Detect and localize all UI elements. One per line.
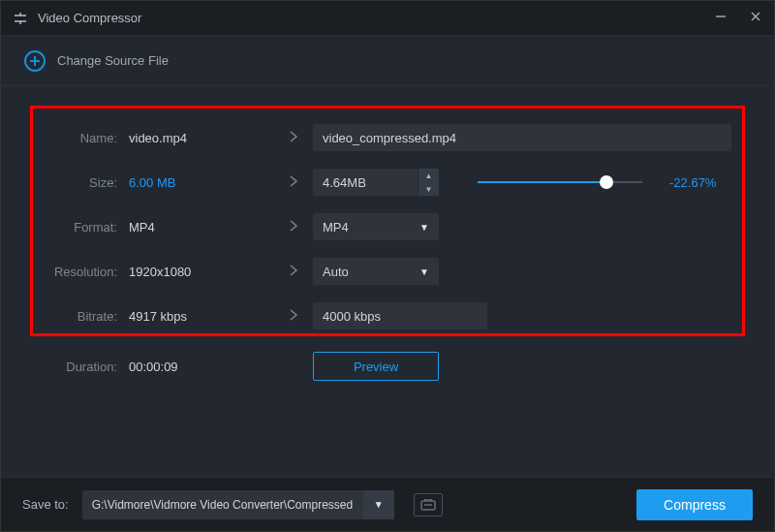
row-bitrate: Bitrate: 4917 kbps 4000 kbps — [30, 294, 745, 338]
format-select[interactable]: MP4 ▼ — [313, 213, 439, 240]
duration-label: Duration: — [30, 360, 117, 374]
app-icon — [13, 11, 28, 26]
size-output-stepper[interactable]: 4.64MB ▲ ▼ — [313, 169, 439, 196]
name-label: Name: — [30, 131, 117, 145]
compress-button[interactable]: Compress — [636, 489, 753, 520]
save-path-control: G:\Vidmore\Vidmore Video Converter\Compr… — [82, 490, 394, 519]
change-source-label: Change Source File — [57, 53, 169, 68]
size-label: Size: — [30, 175, 117, 190]
arrow-icon — [274, 219, 313, 235]
save-path-input[interactable]: G:\Vidmore\Vidmore Video Converter\Compr… — [82, 490, 363, 519]
size-source: 6.00 MB — [129, 175, 274, 190]
format-source: MP4 — [129, 220, 274, 235]
bitrate-label: Bitrate: — [30, 309, 117, 324]
preview-button[interactable]: Preview — [313, 352, 439, 381]
row-size: Size: 6.00 MB 4.64MB ▲ ▼ -22.67% — [30, 160, 745, 204]
arrow-icon — [274, 174, 313, 191]
window-controls — [714, 10, 762, 26]
row-resolution: Resolution: 1920x1080 Auto ▼ — [30, 249, 745, 294]
size-slider[interactable] — [478, 180, 642, 184]
chevron-down-icon: ▼ — [419, 266, 429, 277]
save-path-dropdown[interactable]: ▼ — [363, 490, 394, 519]
bottombar: Save to: G:\Vidmore\Vidmore Video Conver… — [1, 477, 774, 531]
form-area: Name: video.mp4 video_compressed.mp4 Siz… — [1, 86, 774, 477]
minimize-icon[interactable] — [714, 10, 728, 26]
close-icon[interactable] — [749, 10, 762, 26]
bitrate-source: 4917 kbps — [129, 309, 274, 324]
resolution-source: 1920x1080 — [129, 265, 274, 279]
plus-circle-icon — [24, 50, 46, 72]
arrow-icon — [274, 130, 313, 146]
row-format: Format: MP4 MP4 ▼ — [30, 204, 745, 249]
row-name: Name: video.mp4 video_compressed.mp4 — [30, 115, 745, 160]
resolution-label: Resolution: — [30, 265, 117, 279]
format-label: Format: — [30, 220, 117, 235]
open-folder-button[interactable] — [414, 493, 443, 516]
video-compressor-window: Video Compressor Change Source File Name… — [0, 0, 775, 532]
titlebar: Video Compressor — [1, 1, 774, 36]
row-duration: Duration: 00:00:09 Preview — [30, 344, 745, 389]
size-slider-wrap: -22.67% — [478, 175, 716, 190]
stepper-up-icon[interactable]: ▲ — [418, 169, 439, 182]
arrow-icon — [274, 264, 313, 280]
change-source-bar[interactable]: Change Source File — [1, 36, 774, 86]
name-output-input[interactable]: video_compressed.mp4 — [313, 124, 731, 151]
resolution-select[interactable]: Auto ▼ — [313, 258, 439, 285]
name-source: video.mp4 — [129, 131, 274, 145]
bitrate-output-input[interactable]: 4000 kbps — [313, 302, 487, 329]
size-percentage: -22.67% — [669, 175, 716, 190]
save-to-label: Save to: — [22, 497, 69, 512]
duration-source: 00:00:09 — [129, 360, 274, 374]
app-title: Video Compressor — [38, 11, 714, 25]
stepper-down-icon[interactable]: ▼ — [418, 182, 439, 196]
chevron-down-icon: ▼ — [419, 222, 429, 233]
slider-knob[interactable] — [600, 175, 613, 189]
stepper-buttons[interactable]: ▲ ▼ — [418, 169, 439, 196]
arrow-icon — [274, 308, 313, 325]
